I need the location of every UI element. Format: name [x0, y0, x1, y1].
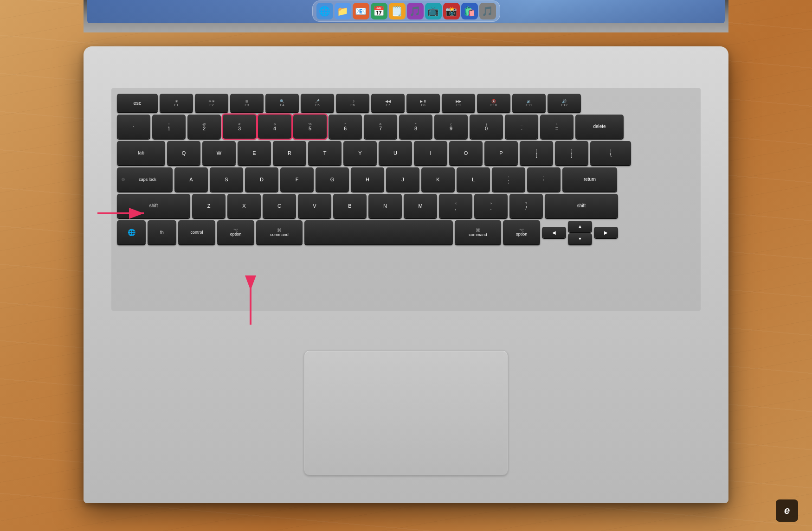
key-0[interactable]: ) 0 — [470, 115, 503, 139]
key-j[interactable]: J — [386, 167, 419, 192]
key-left-bracket[interactable]: { [ — [520, 141, 553, 165]
key-fn[interactable]: fn — [148, 220, 176, 244]
dock-icon-store: 🛍️ — [461, 3, 478, 19]
macbook:  Finder File Edit View Go Window Help ●… — [46, 0, 766, 531]
engadget-watermark: e — [776, 499, 798, 522]
key-command-left[interactable]: ⌘ command — [256, 220, 303, 244]
key-e[interactable]: E — [238, 141, 271, 165]
key-arrow-down[interactable]: ▼ — [568, 233, 592, 244]
fn-key-row: esc ☀ F1 ☀☀ F2 ⊞ F3 — [117, 94, 695, 112]
key-esc[interactable]: esc — [117, 94, 158, 112]
key-c[interactable]: C — [263, 194, 296, 218]
key-f[interactable]: F — [280, 167, 314, 192]
key-f12[interactable]: 🔊 F12 — [548, 94, 581, 112]
key-arrow-up[interactable]: ▲ — [568, 221, 592, 232]
key-shift-left[interactable]: shift — [117, 194, 190, 218]
laptop-body: esc ☀ F1 ☀☀ F2 ⊞ F3 — [84, 46, 728, 503]
key-t[interactable]: T — [308, 141, 342, 165]
key-minus[interactable]: _ - — [505, 115, 538, 139]
key-h[interactable]: H — [351, 167, 384, 192]
key-p[interactable]: P — [484, 141, 518, 165]
key-f11[interactable]: 🔉 F11 — [512, 94, 546, 112]
dock: 🌐 📁 📧 📅 🗒️ 🎵 📺 📸 🛍️ 🎵 — [87, 0, 725, 23]
key-b[interactable]: B — [333, 194, 367, 218]
key-u[interactable]: U — [379, 141, 412, 165]
key-f8[interactable]: ▶⏸ F8 — [406, 94, 440, 112]
dock-icon-tv: 📺 — [425, 3, 442, 19]
key-v[interactable]: V — [298, 194, 331, 218]
key-r[interactable]: R — [273, 141, 306, 165]
key-f10[interactable]: 🔇 F10 — [477, 94, 510, 112]
keyboard-area: esc ☀ F1 ☀☀ F2 ⊞ F3 — [111, 88, 701, 311]
key-option-right[interactable]: ⌥ option — [503, 220, 540, 244]
key-x[interactable]: X — [227, 194, 261, 218]
key-4[interactable]: $ 4 — [258, 115, 291, 139]
key-f2[interactable]: ☀☀ F2 — [195, 94, 228, 112]
key-return[interactable]: return — [562, 167, 617, 192]
key-3[interactable]: # 3 — [223, 115, 256, 139]
bottom-key-row: 🌐 fn control ⌥ option ⌘ — [117, 220, 695, 244]
key-tab[interactable]: tab — [117, 141, 165, 165]
laptop-screen:  Finder File Edit View Go Window Help ●… — [84, 0, 728, 32]
key-f6[interactable]: ☽ F6 — [336, 94, 369, 112]
key-m[interactable]: M — [404, 194, 437, 218]
key-arrow-left[interactable]: ◀ — [542, 227, 566, 238]
key-l[interactable]: L — [457, 167, 490, 192]
dock-icon-notes: 🗒️ — [389, 3, 406, 19]
key-backslash[interactable]: | \ — [590, 141, 631, 165]
key-1[interactable]: ! 1 — [152, 115, 186, 139]
key-k[interactable]: K — [421, 167, 455, 192]
key-g[interactable]: G — [316, 167, 349, 192]
key-6[interactable]: ^ 6 — [329, 115, 362, 139]
dock-icon-mail: 📁 — [335, 3, 351, 19]
number-key-row: ~ ` ! 1 @ 2 # 3 — [117, 115, 695, 139]
key-right-bracket[interactable]: } ] — [555, 141, 588, 165]
key-control[interactable]: control — [178, 220, 215, 244]
key-f7[interactable]: ◀◀ F7 — [371, 94, 405, 112]
key-o[interactable]: O — [449, 141, 483, 165]
key-slash[interactable]: ? / — [509, 194, 543, 218]
dock-icon-spotify: 🎵 — [479, 3, 496, 19]
key-equals[interactable]: + = — [540, 115, 574, 139]
key-backtick[interactable]: ~ ` — [117, 115, 150, 139]
key-globe[interactable]: 🌐 — [117, 220, 146, 244]
key-q[interactable]: Q — [167, 141, 200, 165]
caps-key-row: caps lock A S D F G H J K L : ; — [117, 167, 695, 192]
dock-icon-music: 🎵 — [407, 3, 424, 19]
key-space[interactable] — [304, 220, 453, 244]
key-7[interactable]: & 7 — [364, 115, 397, 139]
key-delete[interactable]: delete — [575, 115, 624, 139]
key-f5[interactable]: 🎤 F5 — [301, 94, 334, 112]
key-f4[interactable]: 🔍 F4 — [265, 94, 299, 112]
dock-bar: 🌐 📁 📧 📅 🗒️ 🎵 📺 📸 🛍️ 🎵 — [312, 0, 500, 22]
dock-icon-photos: 📸 — [443, 3, 460, 19]
key-y[interactable]: Y — [343, 141, 377, 165]
key-a[interactable]: A — [174, 167, 208, 192]
scene:  Finder File Edit View Go Window Help ●… — [0, 0, 812, 531]
key-comma[interactable]: < , — [439, 194, 472, 218]
key-period[interactable]: > . — [474, 194, 508, 218]
key-5[interactable]: % 5 — [293, 115, 327, 139]
key-arrow-right[interactable]: ▶ — [594, 227, 618, 238]
key-caps-lock[interactable]: caps lock — [117, 167, 173, 192]
key-9[interactable]: ( 9 — [434, 115, 468, 139]
key-z[interactable]: Z — [192, 194, 226, 218]
key-n[interactable]: N — [368, 194, 402, 218]
key-f3[interactable]: ⊞ F3 — [230, 94, 264, 112]
key-i[interactable]: I — [414, 141, 447, 165]
key-8[interactable]: * 8 — [399, 115, 432, 139]
key-2[interactable]: @ 2 — [187, 115, 221, 139]
dock-icon-safari: 📧 — [353, 3, 369, 19]
key-s[interactable]: S — [210, 167, 243, 192]
key-quote[interactable]: " ' — [527, 167, 561, 192]
key-w[interactable]: W — [202, 141, 236, 165]
key-command-right[interactable]: ⌘ command — [455, 220, 501, 244]
key-f1[interactable]: ☀ F1 — [160, 94, 193, 112]
screen-display:  Finder File Edit View Go Window Help ●… — [87, 0, 725, 23]
key-shift-right[interactable]: shift — [545, 194, 618, 218]
trackpad[interactable] — [304, 350, 508, 475]
key-d[interactable]: D — [245, 167, 278, 192]
key-f9[interactable]: ▶▶ F9 — [442, 94, 475, 112]
key-semicolon[interactable]: : ; — [492, 167, 525, 192]
key-option-left[interactable]: ⌥ option — [217, 220, 254, 244]
